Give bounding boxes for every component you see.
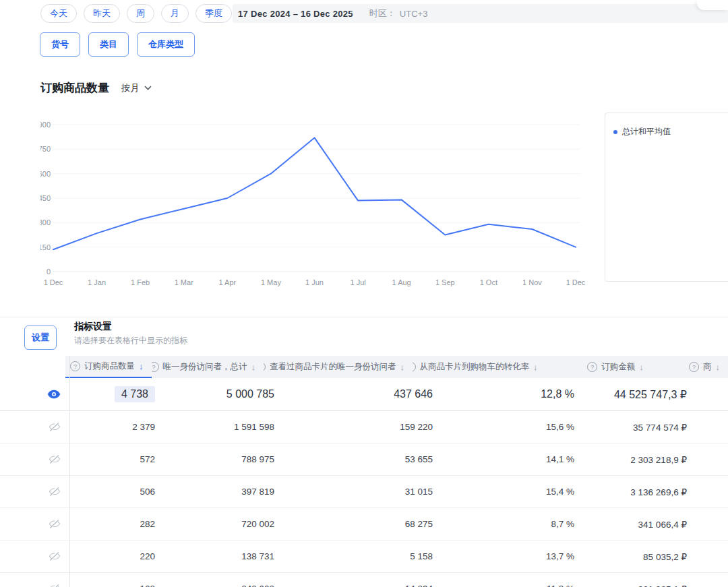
filter-button-仓库类型[interactable]: 仓库类型 (137, 32, 195, 57)
table-row: 220138 7315 15813,7 %85 035,2 ₽ (0, 540, 728, 573)
table-row: 2 3791 591 598159 22015,6 %35 774 574 ₽ (0, 411, 728, 443)
sort-arrow-icon[interactable]: ↓ (400, 362, 405, 372)
cell: 14,1 % (438, 443, 580, 475)
cell: 53 655 (280, 443, 438, 475)
floating-panel-corner[interactable] (697, 0, 728, 10)
filter-button-货号[interactable]: 货号 (40, 32, 80, 57)
legend-item-total[interactable]: 总计和平均值 (613, 126, 728, 137)
svg-text:1 Oct: 1 Oct (480, 278, 497, 286)
metrics-settings-subtitle: 请选择要在表格行中显示的指标 (74, 335, 187, 346)
help-icon[interactable]: ? (152, 362, 159, 372)
cell-visibility (0, 411, 69, 443)
period-pill-昨天[interactable]: 昨天 (84, 4, 120, 23)
svg-text:1 Nov: 1 Nov (522, 278, 542, 286)
granularity-value: 按月 (121, 82, 140, 94)
column-header-visibility (0, 356, 65, 378)
svg-text:750: 750 (40, 145, 51, 153)
table-row: 4 7385 000 785437 64612,8 %44 525 747,3 … (0, 378, 728, 411)
svg-text:1 Jan: 1 Jan (88, 278, 106, 286)
dimension-filters: 货号类目仓库类型 (40, 32, 195, 57)
table-row: 506397 81931 01515,4 %3 136 269,6 ₽ (0, 476, 728, 508)
column-label: 从商品卡片到购物车的转化率 (420, 361, 530, 373)
column-label: 商 (703, 361, 712, 373)
granularity-dropdown[interactable]: 按月 (121, 82, 152, 94)
period-pill-季度[interactable]: 季度 (195, 4, 232, 23)
help-icon[interactable]: ? (70, 361, 80, 371)
section-divider (0, 317, 728, 317)
timezone-label: 时区： (369, 7, 396, 20)
eye-hidden-icon[interactable] (49, 454, 61, 464)
cell: 506 (69, 476, 160, 507)
help-icon[interactable]: ? (413, 362, 416, 372)
svg-text:1 Jun: 1 Jun (305, 278, 324, 286)
sort-arrow-icon[interactable]: ↓ (533, 362, 538, 372)
cell: 243 003 (160, 573, 280, 587)
column-header-2[interactable]: ?唯一身份访问者，总计↓ (152, 356, 264, 378)
eye-hidden-icon[interactable] (49, 551, 61, 561)
period-pill-今天[interactable]: 今天 (40, 4, 77, 23)
cell: 5 158 (280, 540, 438, 572)
cell-visibility (0, 443, 69, 475)
eye-hidden-icon[interactable] (49, 584, 61, 587)
svg-text:600: 600 (40, 170, 51, 178)
cell: 361 985,1 ₽ (580, 573, 692, 587)
help-icon[interactable]: ? (689, 362, 699, 372)
period-pill-周[interactable]: 周 (127, 4, 154, 23)
eye-hidden-icon[interactable] (49, 487, 61, 497)
highlighted-total-value: 4 738 (115, 386, 155, 402)
metrics-table: ?订购商品数量↓?唯一身份访问者，总计↓?查看过商品卡片的唯一身份访问者↓?从商… (0, 356, 728, 587)
chart-title: 订购商品数量 (40, 80, 109, 96)
sort-arrow-icon[interactable]: ↓ (251, 362, 256, 372)
cell: 159 220 (280, 411, 438, 443)
chart-legend: 总计和平均值 (605, 113, 728, 282)
cell: 15,4 % (438, 476, 580, 507)
timezone-value: UTC+3 (400, 9, 428, 19)
svg-text:1 Aug: 1 Aug (392, 278, 411, 286)
svg-text:150: 150 (40, 243, 51, 251)
cell: 4 738 (69, 378, 160, 410)
svg-text:450: 450 (40, 194, 51, 202)
column-header-5[interactable]: ?订购金额↓ (546, 356, 652, 378)
cell: 44 525 747,3 ₽ (580, 378, 692, 410)
column-header-1[interactable]: ?订购商品数量↓ (65, 356, 151, 378)
metrics-settings-block: 指标设置 请选择要在表格行中显示的指标 (74, 321, 187, 346)
column-label: 订购金额 (601, 361, 635, 373)
eye-hidden-icon[interactable] (49, 422, 61, 432)
sort-arrow-icon[interactable]: ↓ (639, 362, 644, 372)
help-icon[interactable]: ? (264, 362, 266, 372)
column-header-3[interactable]: ?查看过商品卡片的唯一身份访问者↓ (264, 356, 413, 378)
cell: 1 591 598 (160, 411, 280, 443)
date-range-bar[interactable]: 17 Dec 2024 – 16 Dec 2025 时区： UTC+3 (233, 4, 728, 23)
eye-visible-icon[interactable] (47, 390, 61, 399)
cell: 85 035,2 ₽ (580, 540, 692, 572)
line-chart-svg: 01503004506007509001 Dec1 Jan1 Feb1 Mar1… (40, 119, 586, 291)
chart-header: 订购商品数量 按月 (40, 80, 152, 96)
table-row: 168243 00314 89411,8 %361 985,1 ₽ (0, 573, 728, 587)
column-header-6[interactable]: ?商↓ (652, 356, 728, 378)
date-range[interactable]: 17 Dec 2024 – 16 Dec 2025 (238, 9, 353, 19)
sort-arrow-icon[interactable]: ↓ (715, 362, 720, 372)
svg-text:1 Apr: 1 Apr (218, 278, 236, 286)
table-body: 4 7385 000 785437 64612,8 %44 525 747,3 … (0, 378, 728, 587)
period-pill-月[interactable]: 月 (161, 4, 189, 23)
table-row: 282720 00268 2758,7 %341 066,4 ₽ (0, 508, 728, 540)
cell: 720 002 (160, 508, 280, 540)
cell-visibility (0, 508, 69, 540)
cell: 12,8 % (438, 378, 580, 410)
sort-arrow-icon[interactable]: ↓ (139, 361, 144, 371)
cell: 397 819 (160, 476, 280, 507)
filter-button-类目[interactable]: 类目 (88, 32, 129, 57)
cell: 2 379 (69, 411, 160, 443)
cell: 168 (69, 573, 160, 587)
cell: 437 646 (280, 378, 438, 410)
eye-hidden-icon[interactable] (49, 519, 61, 529)
help-icon[interactable]: ? (587, 362, 597, 372)
column-header-4[interactable]: ?从商品卡片到购物车的转化率↓ (413, 356, 546, 378)
svg-text:1 Jul: 1 Jul (350, 278, 365, 286)
cell-visibility (0, 378, 69, 410)
settings-button[interactable]: 设置 (24, 326, 57, 350)
legend-dot-icon (613, 130, 617, 134)
chevron-down-icon (144, 86, 152, 90)
svg-text:1 Dec: 1 Dec (566, 278, 586, 286)
column-label: 唯一身份访问者，总计 (163, 361, 247, 373)
